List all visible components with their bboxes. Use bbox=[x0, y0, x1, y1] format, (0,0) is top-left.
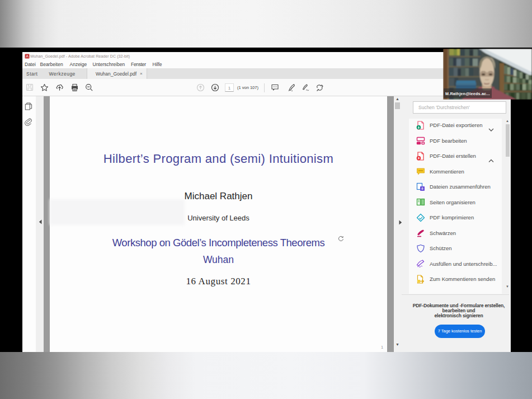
svg-text:M.Rathjen@leeds.ac...: M.Rathjen@leeds.ac... bbox=[445, 91, 490, 96]
